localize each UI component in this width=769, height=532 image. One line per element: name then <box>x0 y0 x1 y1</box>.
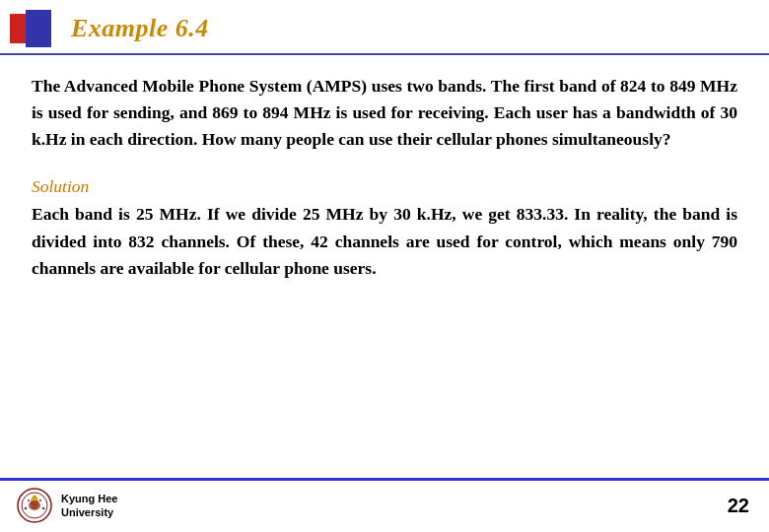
page-number: 22 <box>728 495 749 517</box>
footer: Kyung Hee University 22 <box>0 478 769 532</box>
university-name: Kyung Hee University <box>61 492 117 520</box>
header-decoration <box>10 10 61 47</box>
university-logo <box>16 487 53 524</box>
header: Example 6.4 <box>0 0 769 55</box>
svg-point-5 <box>25 507 27 509</box>
svg-point-7 <box>28 499 30 501</box>
svg-point-8 <box>39 499 41 501</box>
blue-block <box>26 10 51 47</box>
svg-point-4 <box>34 496 36 499</box>
problem-text: The Advanced Mobile Phone System (AMPS) … <box>32 73 737 153</box>
main-content: The Advanced Mobile Phone System (AMPS) … <box>0 73 769 282</box>
slide-title: Example 6.4 <box>71 14 209 43</box>
slide: Example 6.4 The Advanced Mobile Phone Sy… <box>0 0 769 532</box>
svg-point-6 <box>42 507 44 509</box>
solution-label: Solution <box>32 176 737 197</box>
solution-text: Each band is 25 MHz. If we divide 25 MHz… <box>32 201 737 281</box>
svg-point-3 <box>29 500 40 510</box>
